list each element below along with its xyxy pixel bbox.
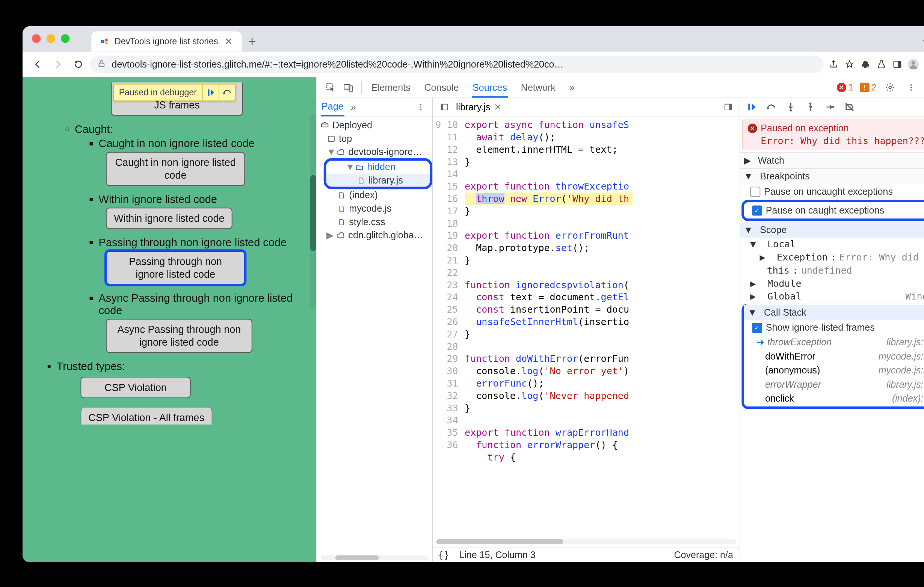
tabs-overflow-button[interactable] bbox=[915, 31, 924, 52]
settings-icon[interactable] bbox=[883, 80, 898, 95]
nav-tabs-overflow[interactable]: » bbox=[351, 101, 356, 113]
checkbox-checked-icon[interactable]: ✓ bbox=[752, 323, 762, 333]
nav-horizontal-scrollbar[interactable] bbox=[321, 556, 428, 561]
svg-rect-3 bbox=[99, 63, 104, 67]
page-button-caught-nonignore[interactable]: Caught in non ignore listed code bbox=[106, 152, 245, 186]
scope-local[interactable]: ▼ Local bbox=[740, 238, 924, 251]
nav-more-icon[interactable] bbox=[414, 100, 428, 115]
device-toolbar-icon[interactable] bbox=[341, 80, 356, 95]
error-count[interactable]: ✕1 bbox=[837, 82, 853, 93]
tree-item-top[interactable]: top bbox=[316, 132, 432, 146]
svg-rect-23 bbox=[322, 124, 328, 127]
bp-caught-row[interactable]: ✓ Pause on caught exceptions bbox=[744, 203, 924, 218]
step-over-icon[interactable] bbox=[766, 101, 777, 113]
inspect-element-icon[interactable] bbox=[323, 80, 338, 95]
tab-console[interactable]: Console bbox=[423, 78, 459, 98]
nav-tab-page[interactable]: Page bbox=[321, 98, 344, 116]
bookmark-button[interactable] bbox=[842, 57, 857, 72]
page-button-csp-violation[interactable]: CSP Violation bbox=[80, 377, 190, 398]
forward-button[interactable] bbox=[49, 56, 66, 73]
deactivate-breakpoints-icon[interactable] bbox=[844, 101, 855, 113]
breakpoints-section-header[interactable]: ▼ Breakpoints bbox=[740, 169, 924, 184]
tab-elements[interactable]: Elements bbox=[370, 78, 411, 98]
maximize-window-button[interactable] bbox=[61, 34, 69, 43]
scope-global[interactable]: ▶ GlobalWindow bbox=[740, 290, 924, 303]
step-over-button[interactable] bbox=[219, 84, 235, 100]
editor-status-bar: { } Line 15, Column 3 Coverage: n/a bbox=[433, 547, 739, 562]
warning-count[interactable]: !2 bbox=[860, 82, 876, 93]
extensions-button[interactable] bbox=[858, 57, 873, 72]
editor-tab-library[interactable]: library.js ✕ bbox=[456, 101, 502, 113]
share-button[interactable] bbox=[826, 57, 841, 72]
close-window-button[interactable] bbox=[32, 34, 41, 43]
step-out-icon[interactable] bbox=[805, 101, 816, 113]
tree-item-cdn[interactable]: ▶ cdn.glitch.globa… bbox=[316, 229, 432, 242]
tree-item-mycode[interactable]: mycode.js bbox=[316, 202, 432, 215]
step-icon[interactable] bbox=[824, 101, 836, 113]
page-button-passing-through[interactable]: Passing through non ignore listed code bbox=[106, 251, 245, 285]
call-stack-frame[interactable]: errorWrapperlibrary.js:37 bbox=[744, 378, 924, 392]
back-button[interactable] bbox=[29, 56, 46, 73]
tree-item-hidden-folder[interactable]: ▼ hidden bbox=[325, 160, 431, 174]
call-stack-frame[interactable]: doWithErrormycode.js:18 bbox=[744, 349, 924, 364]
show-ignored-frames-row[interactable]: ✓ Show ignore-listed frames bbox=[744, 320, 924, 335]
new-tab-button[interactable]: + bbox=[242, 31, 262, 52]
svg-point-31 bbox=[790, 109, 792, 112]
tab-network[interactable]: Network bbox=[520, 78, 556, 98]
bp-uncaught-row[interactable]: Pause on uncaught exceptions bbox=[740, 184, 924, 199]
profile-button[interactable] bbox=[906, 57, 921, 72]
call-stack-frame[interactable]: ➜throwExceptionlibrary.js:15 bbox=[744, 335, 924, 349]
toggle-debugger-icon[interactable] bbox=[721, 100, 736, 115]
svg-point-30 bbox=[767, 107, 769, 110]
tree-item-deployed[interactable]: Deployed bbox=[316, 118, 432, 132]
address-bar[interactable]: devtools-ignore-list-stories.glitch.me/#… bbox=[90, 56, 823, 73]
pause-banner-text: Paused in debugger bbox=[114, 87, 202, 98]
highlighted-bp-caught: ✓ Pause on caught exceptions bbox=[741, 200, 924, 221]
svg-point-20 bbox=[420, 104, 422, 105]
svg-point-7 bbox=[912, 61, 915, 65]
svg-rect-26 bbox=[441, 104, 443, 110]
highlighted-hidden-folder: ▼ hidden library.js bbox=[325, 159, 431, 187]
frame-function: doWithError bbox=[765, 350, 815, 362]
page-scrollbar[interactable] bbox=[310, 114, 316, 309]
tabs-overflow-button[interactable]: » bbox=[569, 78, 576, 98]
content-area: Paused in debugger WebAssembly trap - no… bbox=[23, 77, 924, 562]
svg-point-2 bbox=[105, 42, 108, 44]
call-stack-frame[interactable]: (anonymous)mycode.js:89 bbox=[744, 363, 924, 378]
code-area[interactable]: export async function unsafeS await dela… bbox=[462, 116, 739, 539]
more-menu-icon[interactable] bbox=[904, 80, 918, 95]
callstack-section-header[interactable]: ▼ Call Stack bbox=[744, 305, 924, 320]
tree-item-index[interactable]: (index) bbox=[316, 188, 432, 202]
chrome-menu-button[interactable] bbox=[922, 57, 924, 72]
resume-button[interactable] bbox=[202, 84, 218, 100]
minimize-window-button[interactable] bbox=[46, 34, 55, 43]
close-tab-button[interactable]: ✕ bbox=[223, 36, 234, 47]
tree-item-origin[interactable]: ▼ devtools-ignore… bbox=[316, 145, 432, 159]
browser-tab-active[interactable]: DevTools ignore list stories ✕ bbox=[91, 31, 242, 52]
toggle-navigator-icon[interactable] bbox=[437, 100, 452, 115]
labs-button[interactable] bbox=[874, 57, 889, 72]
checkbox-checked-icon[interactable]: ✓ bbox=[752, 205, 762, 215]
scope-module[interactable]: ▶ Module bbox=[740, 277, 924, 290]
call-stack-frame[interactable]: onclick(index):83 bbox=[744, 391, 924, 406]
page-button-csp-violation-all[interactable]: CSP Violation - All frames bbox=[80, 408, 212, 424]
checkbox-unchecked-icon[interactable] bbox=[750, 187, 760, 197]
close-file-icon[interactable]: ✕ bbox=[494, 101, 502, 113]
step-into-icon[interactable] bbox=[785, 101, 797, 113]
tree-item-library-js[interactable]: library.js bbox=[325, 174, 431, 187]
editor-horizontal-scrollbar[interactable] bbox=[436, 539, 736, 544]
resume-icon[interactable] bbox=[746, 101, 757, 113]
page-button-async-passing[interactable]: Async Passing through non ignore listed … bbox=[106, 319, 252, 353]
tab-sources[interactable]: Sources bbox=[472, 78, 508, 98]
tree-item-stylecss[interactable]: style.css bbox=[316, 215, 432, 229]
watch-section-header[interactable]: ▶ Watch bbox=[740, 153, 924, 168]
scope-exception[interactable]: ▶ Exception: Error: Why did t… bbox=[740, 251, 924, 264]
scope-section-header[interactable]: ▼ Scope bbox=[740, 222, 924, 238]
page-button-within-ignore[interactable]: Within ignore listed code bbox=[106, 207, 233, 229]
paused-message: Error: Why did this happen???? bbox=[748, 135, 924, 146]
paused-on-exception-box: ✕ Paused on exception Error: Why did thi… bbox=[742, 118, 924, 150]
side-panel-button[interactable] bbox=[890, 57, 905, 72]
deployed-icon bbox=[320, 120, 329, 130]
pretty-print-icon[interactable]: { } bbox=[439, 549, 449, 561]
reload-button[interactable] bbox=[69, 56, 87, 73]
